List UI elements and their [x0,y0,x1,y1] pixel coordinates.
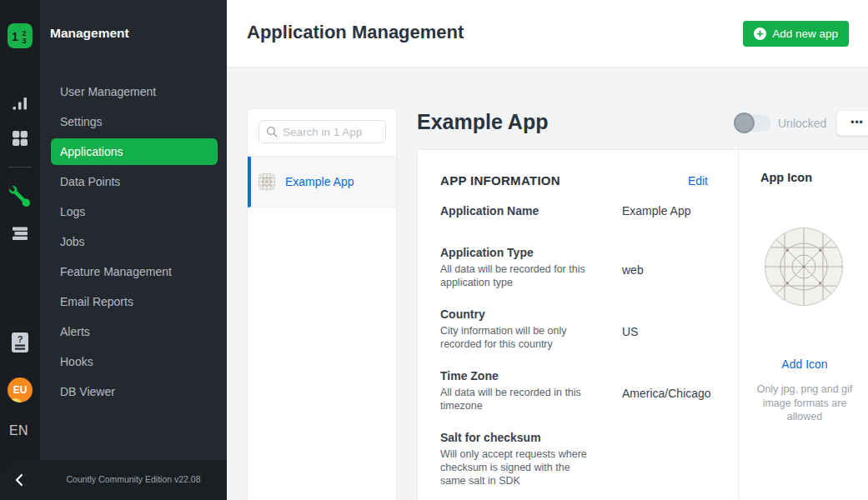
field-value: Example App [622,204,691,218]
page-header: Application Management Add new app [227,0,868,68]
sidebar-item-hooks[interactable]: Hooks [40,347,227,377]
plus-circle-icon [754,28,766,40]
edit-link[interactable]: Edit [688,174,708,188]
search-icon [266,126,278,138]
app-detail-card: APP INFORMATION Edit Application Name Ex… [417,149,868,500]
field-description: Will only accept requests where checksum… [440,448,589,488]
app-list-item-example-app[interactable]: Example App [248,157,396,208]
field-row-application-name: Application Name Example App [440,204,708,218]
icon-format-hint: Only jpg, png and gif image formats are … [751,382,858,424]
add-icon-link[interactable]: Add Icon [739,358,868,371]
management-sidebar: Management User Management Settings Appl… [40,0,227,500]
field-row-salt-for-checksum: Salt for checksum Will only accept reque… [440,431,708,488]
sidebar-item-db-viewer[interactable]: DB Viewer [40,377,227,407]
management-wrench-icon[interactable] [9,186,30,207]
app-thumbnail-icon [258,172,276,191]
field-row-time-zone: Time Zone All data will be recorded in t… [440,369,708,412]
field-value: America/Chicago [622,369,711,412]
field-label: Application Name [440,204,622,218]
language-selector[interactable]: EN [9,423,28,438]
sidebar-item-settings[interactable]: Settings [40,107,227,137]
main-content: Example App Example App Unlocked ••• APP… [227,68,868,500]
toggle-knob [734,112,755,133]
app-list-panel: Example App [247,108,397,500]
lock-state-label: Unlocked [778,117,826,130]
lock-toggle[interactable] [735,114,770,132]
sidebar-item-data-points[interactable]: Data Points [40,167,227,197]
more-options-button[interactable]: ••• [836,110,868,136]
sidebar-item-jobs[interactable]: Jobs [40,227,227,257]
field-row-country: Country City information will be only re… [440,308,708,351]
field-label: Application Type [440,246,622,260]
sidebar-item-alerts[interactable]: Alerts [40,317,227,347]
sidebar-item-email-reports[interactable]: Email Reports [40,287,227,317]
version-label: Countly Community Edition v22.08 [40,474,227,484]
field-description: All data will be recorded for this appli… [440,262,589,289]
sidebar-item-user-management[interactable]: User Management [40,77,227,107]
server-icon[interactable] [11,224,29,242]
field-label: Salt for checksum [440,431,622,445]
page-title: Application Management [247,22,464,43]
svg-text:?: ? [18,334,23,344]
sidebar-item-logs[interactable]: Logs [40,197,227,227]
strip-divider [8,167,32,168]
field-row-application-type: Application Type All data will be record… [440,246,708,289]
sidebar-item-feature-management[interactable]: Feature Management [40,257,227,287]
app-icon-panel: App Icon [738,150,868,500]
help-guide-icon[interactable]: ? [11,331,29,354]
app-icon-title: App Icon [760,171,812,184]
app-window: 1 2 3 [0,0,868,500]
app-icon-placeholder [763,226,845,311]
user-avatar[interactable]: EU [8,378,33,402]
app-information-section: APP INFORMATION Edit Application Name Ex… [418,150,738,500]
app-search-box [258,120,386,143]
field-label: Country [440,308,622,322]
field-value: US [622,308,638,351]
sidebar-footer: Countly Community Edition v22.08 [0,460,227,500]
field-description: City information will be only recorded f… [440,324,589,351]
sidebar-item-applications[interactable]: Applications [51,138,218,165]
avatar-decoration [10,398,21,402]
countly-logo-icon[interactable]: 1 2 3 [8,23,33,48]
app-search-input[interactable] [283,126,379,138]
avatar-initials: EU [13,384,28,396]
icon-sidebar: 1 2 3 [0,0,40,500]
field-label: Time Zone [440,369,622,383]
field-description: All data will be recorded in this timezo… [440,386,589,412]
field-value: web [622,246,644,289]
app-detail-title: Example App [417,110,548,134]
svg-text:3: 3 [22,37,26,45]
sidebar-menu: User Management Settings Applications Da… [40,77,227,407]
collapse-chevron-icon[interactable] [12,472,28,488]
add-new-app-button[interactable]: Add new app [743,21,849,47]
svg-text:1: 1 [12,30,18,43]
section-title: APP INFORMATION [440,173,560,188]
apps-grid-icon[interactable] [11,129,29,148]
analytics-bar-chart-icon[interactable] [11,94,29,112]
add-new-app-label: Add new app [772,28,838,40]
app-list: Example App [248,156,396,208]
sidebar-title: Management [50,26,129,41]
app-list-item-label: Example App [285,175,354,188]
